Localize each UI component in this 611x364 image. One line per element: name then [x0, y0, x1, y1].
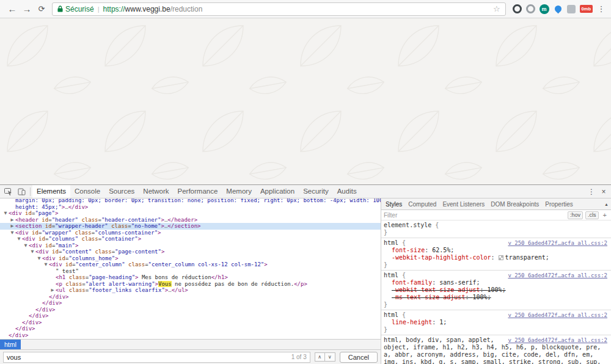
css-property[interactable]: font-family: sans-serif; — [384, 279, 607, 286]
css-property[interactable]: font-size: 62.5%; — [384, 247, 607, 254]
attribute-name-token: class — [125, 261, 145, 268]
inspect-element-icon[interactable] — [1, 185, 15, 198]
dom-tree-row[interactable]: <h1 class="page-heading"> Mes bons de ré… — [0, 274, 381, 281]
property-value: sans-serif — [439, 279, 476, 286]
attribute-value-token: "columns" — [48, 236, 78, 242]
sidebar-tab-dom-breakpoints[interactable]: DOM Breakpoints — [488, 201, 542, 208]
pseudo-state-toggle[interactable]: :hov — [568, 211, 583, 219]
sidebar-tab-properties[interactable]: Properties — [542, 201, 576, 208]
tag-token: </ul> — [172, 287, 188, 293]
css-selector[interactable]: html — [384, 311, 398, 318]
breadcrumb-item-html[interactable]: html — [0, 340, 21, 349]
tag-token: <div — [15, 230, 29, 236]
extension-icon-1[interactable] — [513, 4, 522, 13]
stylesheet-link[interactable]: v_250_6aded472f…acfa_all.css:2 — [508, 337, 607, 344]
tag-token: > — [115, 255, 118, 261]
css-selector[interactable]: element.style — [384, 222, 431, 228]
color-swatch-icon[interactable] — [499, 255, 503, 260]
cancel-button[interactable]: Cancel — [340, 352, 378, 363]
forward-button[interactable]: → — [20, 4, 34, 14]
dom-tree-row[interactable]: </div> — [0, 319, 381, 326]
search-box[interactable]: 1 of 3 — [3, 352, 310, 363]
css-property[interactable]: -ms-text-size-adjust: 100%; — [384, 294, 607, 301]
dom-tree-row[interactable]: " test" — [0, 268, 381, 275]
expand-arrow-icon[interactable]: ▶ — [49, 287, 56, 294]
search-next-icon[interactable]: ∨ — [325, 352, 335, 362]
devtools-tab-elements[interactable]: Elements — [32, 185, 70, 198]
css-selector[interactable]: html — [384, 272, 398, 278]
devtools-menu-icon[interactable]: ⋮ — [585, 187, 598, 196]
scrollbar-up-icon[interactable]: ▲ — [602, 202, 611, 206]
reload-button[interactable]: ⟳ — [34, 4, 49, 13]
sidebar-tab-event-listeners[interactable]: Event Listeners — [439, 201, 488, 208]
expand-arrow-icon[interactable]: ▼ — [23, 242, 29, 249]
dom-tree-row[interactable]: ▼<div id="page"> — [0, 210, 381, 217]
bookmark-star-icon[interactable]: ☆ — [493, 4, 500, 13]
dom-tree-row[interactable]: </div> — [0, 332, 381, 339]
dom-tree-row[interactable]: ▼<div id="columns" class="container"> — [0, 236, 381, 242]
dom-tree-row[interactable]: </div> — [0, 313, 381, 319]
devtools-tab-security[interactable]: Security — [299, 185, 333, 198]
dom-tree-row[interactable]: </div> — [0, 307, 381, 313]
dom-tree-row[interactable]: </div> — [0, 300, 381, 307]
expand-arrow-icon[interactable]: ▼ — [43, 261, 49, 268]
devtools-tab-sources[interactable]: Sources — [104, 185, 139, 198]
devtools-tab-application[interactable]: Application — [256, 185, 299, 198]
expand-arrow-icon[interactable]: ▼ — [9, 230, 15, 236]
search-prev-icon[interactable]: ∧ — [315, 352, 325, 362]
sidebar-tab-styles[interactable]: Styles — [382, 201, 405, 208]
css-property[interactable]: -webkit-tap-highlight-color: transparent… — [384, 254, 607, 261]
dom-tree-row[interactable]: margin: 0px; padding: 0px; border: 0px; … — [0, 198, 381, 204]
device-toolbar-icon[interactable] — [15, 185, 28, 198]
devtools-close-icon[interactable]: × — [598, 187, 610, 196]
extension-badge[interactable]: 0mb — [580, 5, 593, 13]
css-property[interactable]: -webkit-text-size-adjust: 100%; — [384, 286, 607, 294]
dom-tree-row[interactable]: ▼<div id="main"> — [0, 242, 381, 249]
dom-tree-row[interactable]: </div> — [0, 294, 381, 300]
attribute-name-token: id — [49, 249, 59, 255]
expand-arrow-icon[interactable]: ▼ — [29, 249, 35, 255]
dom-tree-row[interactable]: ▼<div id="columns_home"> — [0, 255, 381, 262]
dom-tree-row[interactable]: height: 45px;">…</div> — [0, 204, 381, 211]
css-selector[interactable]: html — [384, 239, 398, 246]
dom-tree-row[interactable]: ▼<div id="center_column" class="center_c… — [0, 261, 381, 268]
dom-tree-row[interactable]: ▶<section id="wrapper-header" class="no-… — [0, 223, 381, 230]
expand-arrow-icon[interactable]: ▼ — [16, 236, 22, 242]
devtools-tab-performance[interactable]: Performance — [174, 185, 222, 198]
tag-token: <div — [49, 261, 62, 268]
tag-token: </div> — [29, 313, 49, 319]
search-input[interactable] — [7, 354, 291, 361]
dom-tree-row[interactable]: </div> — [0, 326, 381, 332]
extension-icon-4[interactable] — [553, 4, 563, 14]
dom-tree-row[interactable]: ▶<ul class="footer_links clearfix">…</ul… — [0, 287, 381, 294]
css-property[interactable]: line-height: 1; — [384, 319, 607, 326]
address-bar[interactable]: Sécurisé | https:// www.veggi.be /reduct… — [52, 2, 506, 16]
expand-arrow-icon[interactable]: ▼ — [36, 255, 42, 262]
expand-arrow-icon[interactable]: ▼ — [2, 210, 9, 217]
extension-icon-2[interactable] — [526, 4, 535, 13]
tag-token: </div> — [15, 326, 35, 332]
browser-menu-icon[interactable]: ⋮ — [596, 4, 606, 13]
expand-arrow-icon[interactable]: ▶ — [9, 223, 15, 230]
expand-arrow-icon[interactable]: ▶ — [9, 217, 15, 224]
stylesheet-link[interactable]: v_250_6aded472f…acfa_all.css:2 — [508, 272, 607, 279]
sidebar-tab-computed[interactable]: Computed — [405, 201, 439, 208]
dom-tree-row[interactable]: ▶<header id="header" class="header-conta… — [0, 217, 381, 224]
new-style-rule-icon[interactable]: + — [601, 211, 609, 219]
dom-tree-row[interactable]: <p class="alert alert-warning">Vous ne p… — [0, 281, 381, 288]
tag-token: <h1 — [56, 274, 65, 280]
stylesheet-link[interactable]: v_250_6aded472f…acfa_all.css:2 — [508, 239, 607, 247]
devtools-tab-audits[interactable]: Audits — [333, 185, 361, 198]
tag-token: <div — [42, 255, 56, 261]
extension-icon-3[interactable]: m — [540, 4, 549, 14]
stylesheet-link[interactable]: v_250_6aded472f…acfa_all.css:2 — [508, 311, 607, 319]
dom-tree-row[interactable]: ▼<div id="wrapper" class="columns-contai… — [0, 230, 381, 236]
styles-filter-input[interactable] — [384, 212, 565, 219]
class-toggle[interactable]: .cls — [585, 211, 599, 219]
back-button[interactable]: ← — [5, 4, 20, 14]
devtools-tab-network[interactable]: Network — [139, 185, 173, 198]
dom-tree-row[interactable]: ▼<div id="content" class="page-content"> — [0, 249, 381, 255]
devtools-tab-memory[interactable]: Memory — [222, 185, 256, 198]
devtools-tab-console[interactable]: Console — [70, 185, 104, 198]
extension-icon-5[interactable] — [567, 5, 576, 13]
